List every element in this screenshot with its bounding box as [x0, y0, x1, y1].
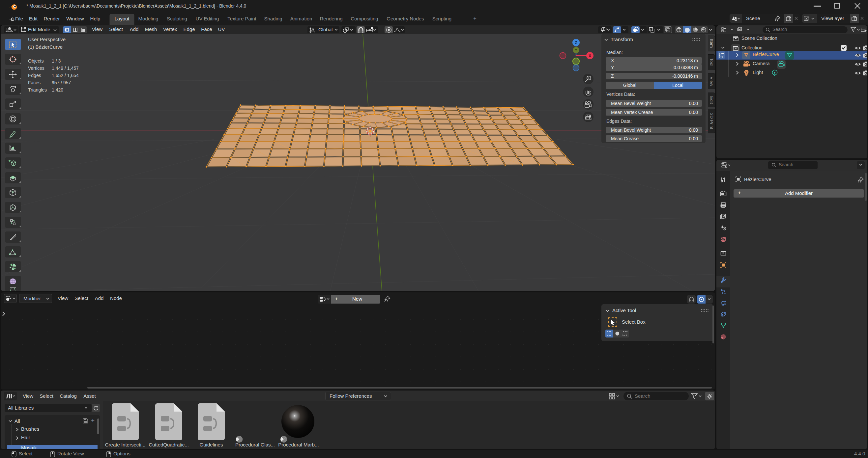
svg-text:Z: Z	[575, 40, 577, 45]
svg-text:X: X	[589, 54, 591, 58]
svg-text:Y: Y	[575, 48, 577, 52]
